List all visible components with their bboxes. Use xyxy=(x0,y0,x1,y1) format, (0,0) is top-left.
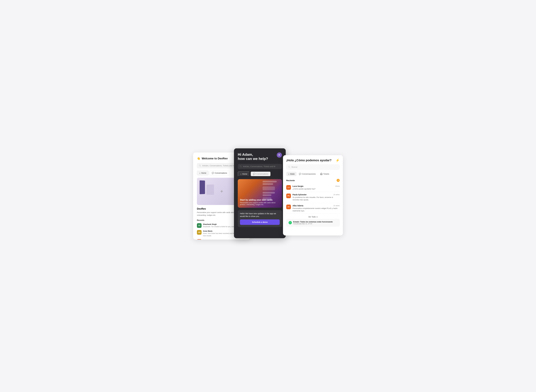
promo-bar-2 xyxy=(263,183,273,185)
greeting-line2: how can we help? xyxy=(238,157,268,161)
home-icon: ⌂ xyxy=(199,172,200,174)
spanish-search[interactable]: Buscar xyxy=(286,164,340,170)
conv-text-2: Alba Valeria 1h antes Personaliza comple… xyxy=(292,205,340,212)
plus-icon: + xyxy=(220,188,223,194)
ver-todo-button[interactable]: Ver Todo ∨ xyxy=(286,214,340,219)
tab-conversations-back[interactable]: 💬 Conversations xyxy=(209,171,230,175)
conv-icon-right: 💬 xyxy=(299,173,301,175)
spanish-title: ¡Hola ¿Cómo podemos ayudar? xyxy=(286,159,331,162)
conv-name-2: Alba Valeria xyxy=(292,205,303,207)
wave-emoji: 👋 xyxy=(197,157,200,160)
update-banner: Hello! We have new updates in the app we… xyxy=(238,210,282,227)
promo-card: Start by adding your own cards Personali… xyxy=(238,179,282,208)
promo-mockup xyxy=(263,181,280,200)
tab-inicio[interactable]: ⌂ Inicio xyxy=(286,172,296,176)
tickets-icon: 🎧 xyxy=(320,173,322,175)
search-placeholder: Articles, Conversations, Tickets and Mor… xyxy=(202,164,237,167)
hero-block-2 xyxy=(207,185,214,195)
update-text: Hello! We have new updates in the app we… xyxy=(240,212,280,218)
inicio-icon: ⌂ xyxy=(288,173,289,175)
reciente-label: Reciente xyxy=(286,179,295,182)
conv-text-0: Luca Sergio Ahora ¿Cómo puedo ayudarte h… xyxy=(292,185,340,190)
recent-item-2: JH Jacob Hamilton Jacob: Please let me k… xyxy=(197,239,246,240)
conv-name-row-2: Alba Valeria 1h antes xyxy=(292,205,340,207)
conv-text-1: Paula Sylvester 1h antes Su problema ha … xyxy=(292,194,340,201)
dark-tab-home[interactable]: ⌂ Home xyxy=(238,172,250,176)
status-updated: Actualizada Mar 21, 07:54 xyxy=(293,223,333,225)
promo-block-1 xyxy=(263,187,275,190)
conv-time-0: Ahora xyxy=(335,185,340,187)
tab-inicio-label: Inicio xyxy=(290,173,295,175)
tab-tickets[interactable]: 🎧 Tickets xyxy=(318,172,331,176)
welcome-title: 👋 Welcome to DevRev xyxy=(197,157,228,160)
promo-desc: Personalise your support centre with car… xyxy=(240,202,280,205)
hero-block-1 xyxy=(200,180,205,194)
conv-msg-2: Personaliza completamente nuestro widget… xyxy=(292,207,340,212)
status-title: Estado: Todos los sistemas están funcion… xyxy=(293,221,333,223)
avatar-av: AV xyxy=(286,205,291,209)
spanish-search-placeholder: Buscar xyxy=(292,166,297,168)
conv-time-2: 1h antes xyxy=(333,205,340,207)
conv-name-row-1: Paula Sylvester 1h antes xyxy=(292,194,340,196)
conv-item-0[interactable]: LS Luca Sergio Ahora ¿Cómo puedo ayudart… xyxy=(286,183,340,192)
conv-msg-0: ¿Cómo puedo ayudarte hoy? xyxy=(292,188,340,190)
spanish-search-icon xyxy=(288,166,291,168)
lightning-icon: ⚡ xyxy=(336,159,340,162)
scene: 👋 Welcome to DevRev Articles, Conversati… xyxy=(193,148,343,244)
promo-bar-4 xyxy=(263,194,271,196)
dark-tabs: ⌂ Home 💬 Conversations xyxy=(238,172,282,176)
welcome-text: Welcome to DevRev xyxy=(202,157,228,160)
tab-conversaciones[interactable]: 💬 Conversaciones xyxy=(297,172,318,176)
schedule-button[interactable]: Schedule a demo xyxy=(240,219,280,225)
avatar-ps: PS xyxy=(286,194,291,198)
card-dark: Hi Adam, how can we help? K Articles, Co… xyxy=(234,148,286,238)
spanish-tabs: ⌂ Inicio 💬 Conversaciones 🎧 Tickets xyxy=(286,172,340,176)
reciente-row: Reciente 4 xyxy=(286,179,340,182)
dark-conv-icon: 💬 xyxy=(253,173,255,175)
conv-time-1: 1h antes xyxy=(333,194,340,196)
chevron-down-icon: ∨ xyxy=(316,216,318,218)
dark-search[interactable]: Articles, Conversations, Tickets and M xyxy=(238,164,282,169)
conversations-icon: 💬 xyxy=(212,172,214,174)
status-icon: ✓ xyxy=(289,221,292,224)
tab-tickets-label: Tickets xyxy=(323,173,329,175)
status-text: Estado: Todos los sistemas están funcion… xyxy=(293,221,333,225)
dark-search-icon xyxy=(240,165,242,168)
tab-home-label: Home xyxy=(201,172,206,174)
conv-item-1[interactable]: PS Paula Sylvester 1h antes Su problema … xyxy=(286,192,340,203)
avatar-am: AM xyxy=(197,230,202,235)
card-dark-header: Hi Adam, how can we help? K xyxy=(238,152,282,161)
recent-name-2: Jacob Hamilton xyxy=(203,239,246,240)
greeting: Hi Adam, how can we help? xyxy=(238,152,268,161)
avatar-ss: SS xyxy=(197,223,202,228)
dark-search-placeholder: Articles, Conversations, Tickets and M xyxy=(243,165,275,168)
promo-bar-1 xyxy=(263,181,277,182)
conv-msg-1: Su problema ha sido resuelto. Por favor,… xyxy=(292,196,340,201)
conv-name-1: Paula Sylvester xyxy=(292,194,307,196)
tab-conversations-label: Conversations xyxy=(215,172,227,174)
promo-block-2 xyxy=(263,197,271,200)
tab-conversaciones-label: Conversaciones xyxy=(302,173,316,175)
dark-tab-conv-label: Conversations xyxy=(256,173,268,175)
dark-home-icon: ⌂ xyxy=(240,173,241,175)
tab-home-back[interactable]: ⌂ Home xyxy=(197,171,209,175)
user-avatar: K xyxy=(277,152,282,158)
card-right-header: ¡Hola ¿Cómo podemos ayudar? ⚡ xyxy=(286,159,340,162)
conv-item-2[interactable]: AV Alba Valeria 1h antes Personaliza com… xyxy=(286,203,340,214)
search-icon xyxy=(199,164,201,167)
greeting-line1: Hi Adam, xyxy=(238,152,268,157)
status-bar: ✓ Estado: Todos los sistemas están funci… xyxy=(286,219,340,226)
avatar-ls: LS xyxy=(286,185,291,190)
conv-name-row-0: Luca Sergio Ahora xyxy=(292,185,340,187)
recent-text-2: Jacob Hamilton Jacob: Please let me know… xyxy=(203,239,246,240)
ver-todo-label: Ver Todo xyxy=(308,216,316,218)
promo-bar-3 xyxy=(263,192,275,194)
conv-name-0: Luca Sergio xyxy=(292,185,303,187)
card-spanish: ¡Hola ¿Cómo podemos ayudar? ⚡ Buscar ⌂ I… xyxy=(283,155,343,235)
avatar-jh: JH xyxy=(197,239,202,240)
dark-tab-home-label: Home xyxy=(242,173,247,175)
dark-tab-conversations[interactable]: 💬 Conversations xyxy=(251,172,271,176)
badge-count: 4 xyxy=(337,179,340,182)
